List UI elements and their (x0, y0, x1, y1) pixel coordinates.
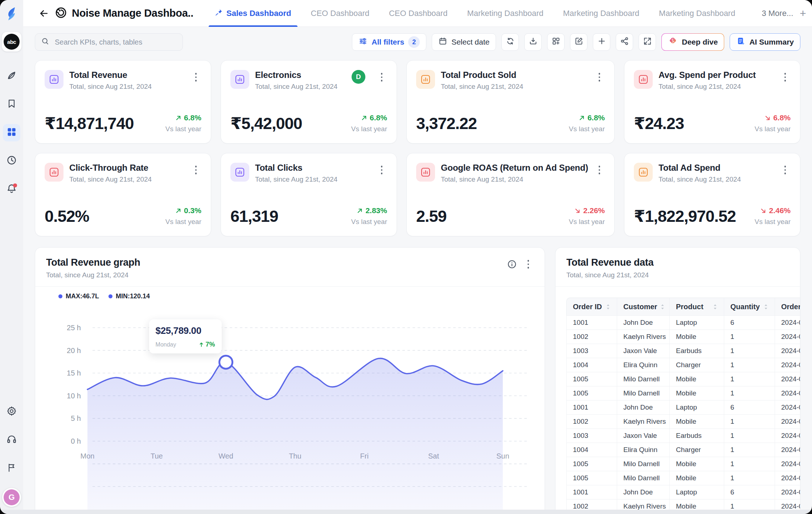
share-button[interactable] (616, 33, 633, 51)
workspace-initials: abc (4, 34, 20, 50)
sidebar-item-feedback[interactable] (3, 460, 20, 477)
orders-table: Order IDCustomerProductQuantityOrder Dat… (566, 298, 800, 514)
table-cell: Milo Darnell (617, 372, 670, 386)
workspace-avatar[interactable]: abc (2, 32, 21, 51)
chart-tooltip: $25,789.00 Monday 7% (149, 319, 222, 353)
kebab-menu-icon[interactable] (594, 163, 605, 177)
table-row: 1002Kaelyn RiversMobile12024-01- (566, 330, 800, 344)
trend-down-icon (764, 115, 771, 121)
kpi-delta: 6.8% (755, 113, 791, 122)
sort-icon[interactable] (660, 304, 665, 310)
expand-icon (643, 37, 652, 47)
table-cell: 1 (724, 471, 775, 485)
add-widget-button[interactable] (547, 33, 565, 51)
fullscreen-button[interactable] (639, 33, 656, 51)
more-tabs-link[interactable]: 3 More... (762, 9, 793, 18)
sort-icon[interactable] (763, 304, 768, 310)
kpi-title: Avg. Spend per Product (659, 70, 756, 80)
column-header-quantity[interactable]: Quantity (724, 298, 775, 316)
column-header-order-id[interactable]: Order ID (566, 298, 617, 316)
sort-icon[interactable] (606, 304, 611, 310)
deep-dive-button[interactable]: Deep dive (661, 33, 724, 51)
refresh-button[interactable] (501, 33, 519, 51)
table-cell: 1005 (566, 372, 617, 386)
table-cell: 2024-01- (775, 344, 800, 358)
bottom-scroll-strip[interactable] (0, 510, 812, 514)
table-cell: 1 (724, 358, 775, 372)
table-cell: Mobile (670, 415, 724, 429)
table-cell: John Doe (617, 401, 670, 415)
add-tab-button[interactable]: + (800, 8, 806, 19)
kpi-subtitle: Total, since Aug 21st, 2024 (69, 83, 152, 91)
sort-icon[interactable] (713, 304, 718, 310)
table-cell: Laptop (670, 485, 724, 500)
kpi-chart-icon (230, 70, 249, 89)
kebab-menu-icon[interactable] (190, 163, 201, 177)
sidebar-item-feather[interactable] (3, 67, 20, 85)
table-cell: Elira Quinn (617, 358, 670, 372)
kpi-chart-icon (416, 70, 435, 89)
sidebar-item-history[interactable] (3, 152, 20, 170)
kebab-menu-icon[interactable] (780, 163, 791, 177)
tab-ceo-dashboard[interactable]: CEO Dashboard (301, 0, 379, 27)
all-filters-button[interactable]: All filters 2 (352, 33, 426, 51)
sidebar-item-support[interactable] (3, 431, 20, 449)
sidebar-item-notifications[interactable] (3, 181, 20, 198)
table-row: 1004Elira QuinnCharger12024-01- (566, 358, 800, 372)
kebab-menu-icon[interactable] (594, 70, 605, 84)
kpi-value: ₹14,871,740 (45, 114, 134, 133)
tab-marketing-dashboard[interactable]: Marketing Dashboard (553, 0, 649, 27)
kebab-menu-icon[interactable] (376, 163, 387, 177)
kpi-grid: Total RevenueTotal, since Aug 21st, 2024… (35, 60, 800, 236)
select-date-button[interactable]: Select date (432, 33, 496, 51)
column-header-product[interactable]: Product (670, 298, 724, 316)
kebab-menu-icon[interactable] (190, 70, 201, 84)
kebab-menu-icon[interactable] (780, 70, 791, 84)
table-row: 1002Kaelyn RiversMobile12024-01- (566, 415, 800, 429)
chart-plot-area: MAX:46.7LMIN:120.14 25 h20 h15 h10 h5 h0… (35, 287, 545, 514)
table-cell: 2024-01- (775, 443, 800, 457)
table-cell: John Doe (617, 316, 670, 330)
tab-marketing-dashboard[interactable]: Marketing Dashboard (649, 0, 745, 27)
kpi-chart-icon (416, 163, 435, 182)
table-cell: Milo Darnell (617, 386, 670, 401)
ai-summary-label: AI Summary (749, 38, 794, 46)
kpi-compare-label: Vs last year (569, 125, 605, 133)
kpi-chart-icon (634, 163, 653, 182)
tab-sales-dashbaord[interactable]: Sales Dashbaord (205, 0, 301, 27)
dashboard-tabs: Sales DashbaordCEO DashboardCEO Dashboar… (205, 0, 745, 27)
search-input[interactable] (54, 38, 177, 47)
tab-label: CEO Dashboard (311, 9, 369, 18)
column-header-customer[interactable]: Customer (617, 298, 670, 316)
info-icon[interactable] (507, 259, 517, 269)
download-icon (529, 37, 538, 47)
back-button[interactable] (38, 7, 49, 20)
sidebar-item-settings[interactable] (3, 403, 20, 420)
add-button[interactable] (593, 33, 610, 51)
download-button[interactable] (524, 33, 542, 51)
tab-marketing-dashboard[interactable]: Marketing Dashboard (457, 0, 553, 27)
column-header-order-date[interactable]: Order Date (775, 298, 800, 316)
tab-ceo-dashboard[interactable]: CEO Dashboard (379, 0, 457, 27)
dashboard-spiral-logo-icon (54, 6, 67, 21)
table-cell: 2024-01- (775, 372, 800, 386)
kpi-chart-icon (45, 163, 63, 182)
kpi-subtitle: Total, since Aug 21st, 2024 (659, 83, 756, 91)
kpi-title: Electronics (255, 70, 337, 80)
kebab-menu-icon[interactable] (376, 70, 387, 84)
dashboard-grid-icon (6, 127, 17, 139)
search-box[interactable] (35, 33, 183, 51)
table-cell: Milo Darnell (617, 457, 670, 471)
ai-summary-button[interactable]: AI Summary (730, 33, 800, 51)
kpi-value: 2.59 (416, 207, 447, 226)
app-window: abc (0, 0, 812, 514)
svg-text:25 h: 25 h (67, 324, 81, 332)
kebab-menu-icon[interactable] (523, 257, 534, 271)
sidebar-item-dashboards[interactable] (3, 124, 20, 141)
chart-legend: MAX:46.7LMIN:120.14 (58, 293, 150, 300)
table-cell: Mobile (670, 471, 724, 485)
table-cell: 2024-01- (775, 415, 800, 429)
edit-button[interactable] (570, 33, 587, 51)
sidebar-item-bookmarks[interactable] (3, 96, 20, 113)
user-avatar[interactable]: G (2, 488, 21, 507)
